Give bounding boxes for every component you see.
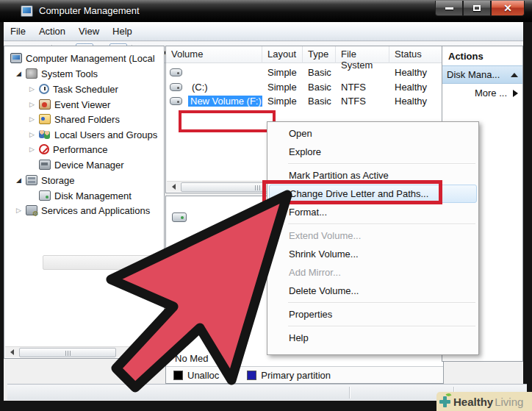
drive-icon — [170, 68, 182, 76]
menu-separator — [288, 224, 475, 224]
collapse-icon[interactable] — [511, 73, 518, 77]
system-tools-icon — [26, 68, 37, 79]
tree-item-system-tools[interactable]: System Tools — [16, 66, 98, 81]
legend-unallocated-label: Unalloc — [187, 370, 219, 381]
menu-item-open[interactable]: Open — [267, 124, 478, 143]
menu-item-shrink-volume[interactable]: Shrink Volume... — [267, 245, 478, 263]
tree-item-local-users-groups[interactable]: Local Users and Groups — [29, 127, 157, 142]
menu-item-explore[interactable]: Explore — [267, 143, 478, 161]
column-header-type[interactable]: Type — [303, 46, 336, 63]
expander-expanded-icon[interactable] — [16, 176, 24, 184]
maximize-button[interactable] — [463, 1, 491, 16]
expander-collapsed-icon[interactable] — [29, 85, 37, 93]
submenu-arrow-icon — [513, 90, 518, 97]
scroll-left-icon[interactable] — [7, 348, 17, 357]
watermark-light-text: Living — [495, 396, 523, 408]
legend-bar: Unalloc Primary partition — [166, 366, 443, 383]
expander-collapsed-icon[interactable] — [29, 101, 37, 108]
users-icon — [39, 129, 51, 140]
expander-collapsed-icon[interactable] — [16, 207, 24, 214]
context-menu: Open Explore Mark Partition as Active Ch… — [267, 121, 479, 355]
annotation-box-change-drive-letter — [262, 180, 442, 204]
drive-icon — [170, 97, 182, 105]
close-button[interactable]: ✕ — [491, 1, 525, 16]
drive-icon — [170, 83, 182, 91]
task-scheduler-icon — [39, 84, 49, 94]
device-manager-icon — [39, 160, 51, 170]
scrollbar-thumb[interactable] — [19, 348, 116, 357]
minimize-icon — [445, 7, 453, 10]
scroll-left-icon[interactable] — [168, 182, 179, 191]
menu-bar: File Action View Help — [4, 22, 523, 41]
maximize-icon — [473, 5, 481, 11]
computer-management-window: Computer Management ✕ File Action View H… — [0, 0, 532, 411]
column-header-volume[interactable]: Volume — [166, 46, 262, 63]
tree-item-disk-management[interactable]: Disk Management — [39, 188, 132, 203]
window-title: Computer Management — [39, 5, 140, 16]
tree-item-services-applications[interactable]: Services and Applications — [16, 203, 150, 218]
shared-folders-icon — [39, 114, 51, 124]
column-header-file-system[interactable]: File System — [336, 46, 389, 63]
minimize-button[interactable] — [435, 1, 463, 16]
menu-item-extend-volume: Extend Volume... — [267, 226, 478, 245]
menu-view[interactable]: View — [72, 23, 106, 40]
actions-header: Actions — [442, 46, 522, 65]
tree-item-computer-management[interactable]: Computer Management (Local — [10, 51, 155, 65]
title-bar[interactable]: Computer Management ✕ — [0, 0, 532, 22]
column-header-status[interactable]: Status — [389, 46, 442, 63]
plus-leaf-icon — [439, 396, 451, 407]
performance-icon — [39, 144, 49, 154]
unallocated-swatch — [173, 371, 183, 380]
statusbar-divider — [349, 387, 350, 399]
tree-horizontal-scrollbar[interactable] — [5, 346, 163, 357]
event-viewer-icon — [39, 99, 51, 110]
table-row[interactable]: Simple Basic Healthy — [166, 65, 443, 79]
menu-item-help[interactable]: Help — [267, 329, 478, 347]
tree-item-task-scheduler[interactable]: Task Scheduler — [29, 82, 118, 96]
expander-expanded-icon[interactable] — [16, 70, 24, 77]
expander-collapsed-icon[interactable] — [29, 115, 37, 123]
tree-item-shared-folders[interactable]: Shared Folders — [29, 112, 120, 126]
selected-volume-label: New Volume (F:) — [188, 96, 262, 107]
computer-icon — [10, 53, 22, 63]
console-tree-panel: Computer Management (Local System Tools … — [4, 46, 165, 359]
primary-partition-swatch — [247, 371, 256, 380]
menu-help[interactable]: Help — [106, 23, 139, 40]
expander-collapsed-icon[interactable] — [29, 131, 37, 138]
storage-icon — [26, 175, 37, 185]
watermark-bold-text: Healthy — [453, 396, 493, 408]
healthy-living-watermark: Healthy Living — [436, 392, 532, 411]
menu-separator — [288, 163, 475, 164]
actions-item-disk-management[interactable]: Disk Mana... — [442, 65, 522, 84]
no-media-label: No Med — [175, 353, 209, 364]
expander-collapsed-icon[interactable] — [29, 146, 37, 153]
menu-action[interactable]: Action — [32, 23, 72, 40]
table-row[interactable]: (C:) Simple Basic NTFS Healthy — [166, 80, 443, 94]
disk-management-icon — [39, 190, 51, 201]
menu-item-add-mirror: Add Mirror... — [267, 263, 478, 282]
table-row-selected[interactable]: New Volume (F:) Simple Basic NTFS Health… — [166, 94, 443, 108]
tree-item-storage[interactable]: Storage — [16, 173, 75, 187]
volume-table-header: Volume Layout Type File System Status — [166, 46, 443, 63]
app-icon — [21, 5, 33, 17]
menu-item-format[interactable]: Format... — [267, 203, 478, 221]
disk-icon — [172, 212, 187, 222]
tree-item-device-manager[interactable]: Device Manager — [39, 157, 124, 172]
menu-item-delete-volume[interactable]: Delete Volume... — [267, 282, 478, 300]
services-icon — [26, 205, 37, 215]
annotation-box-new-volume — [179, 110, 276, 132]
menu-item-properties[interactable]: Properties — [267, 305, 478, 324]
legend-primary-partition-label: Primary partition — [261, 370, 331, 381]
tree-item-performance[interactable]: Performance — [29, 142, 107, 157]
column-header-layout[interactable]: Layout — [262, 46, 303, 63]
tree-selection-highlight — [43, 255, 160, 270]
tree-item-event-viewer[interactable]: Event Viewer — [29, 97, 110, 112]
actions-more[interactable]: More ... — [442, 84, 522, 102]
menu-separator — [288, 302, 475, 303]
menu-separator — [288, 326, 475, 326]
close-icon: ✕ — [503, 3, 512, 13]
menu-file[interactable]: File — [4, 23, 32, 40]
